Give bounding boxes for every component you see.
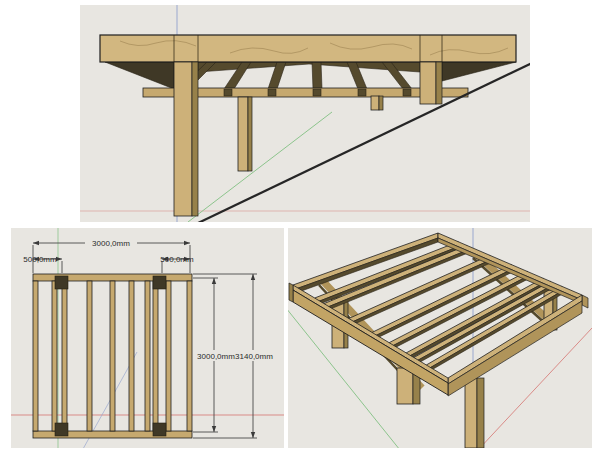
post-top-right [153,276,166,289]
rim-front-left [289,283,448,395]
post-front-left [174,62,198,216]
green-axis-line [188,112,332,222]
dim-label-overall-width: 3000,0mm [92,239,130,248]
deck-underside [105,62,516,89]
main-beam [100,35,516,62]
dim-label-post-offset-left: 500,0mm [23,255,57,264]
post-top-left [55,276,68,289]
post-stub [371,96,383,110]
elevation-view-panel [80,5,530,222]
isometric-view-panel [288,228,592,448]
dim-label-post-offset-right: 500,0mm [160,255,194,264]
post-bottom-right [153,423,166,436]
red-axis-line [478,328,592,448]
dim-overall-depth: 3000,0mm 3140,0mm [193,274,283,438]
post-right [420,62,442,104]
isometric-drawing [288,228,592,448]
plan-drawing: 3000,0mm 500,0mm 500,0mm 3000,0mm 3 [11,228,284,448]
dim-post-offset-right: 500,0mm [160,255,194,273]
post-mid-left [238,97,252,171]
elevation-drawing [80,5,530,222]
plan-view-panel: 3000,0mm 500,0mm 500,0mm 3000,0mm 3 [11,228,284,448]
dim-label-inner-depth: 3000,0mm [197,352,235,361]
post-front [465,378,484,448]
deck-design-drawing: { "colors": { "panel_bg": "#e8e6e1", "wo… [0,0,600,450]
post-bottom-left [55,423,68,436]
frame-plan [33,274,192,438]
dim-label-overall-depth: 3140,0mm [235,352,273,361]
dim-post-offset-left: 500,0mm [23,255,62,273]
